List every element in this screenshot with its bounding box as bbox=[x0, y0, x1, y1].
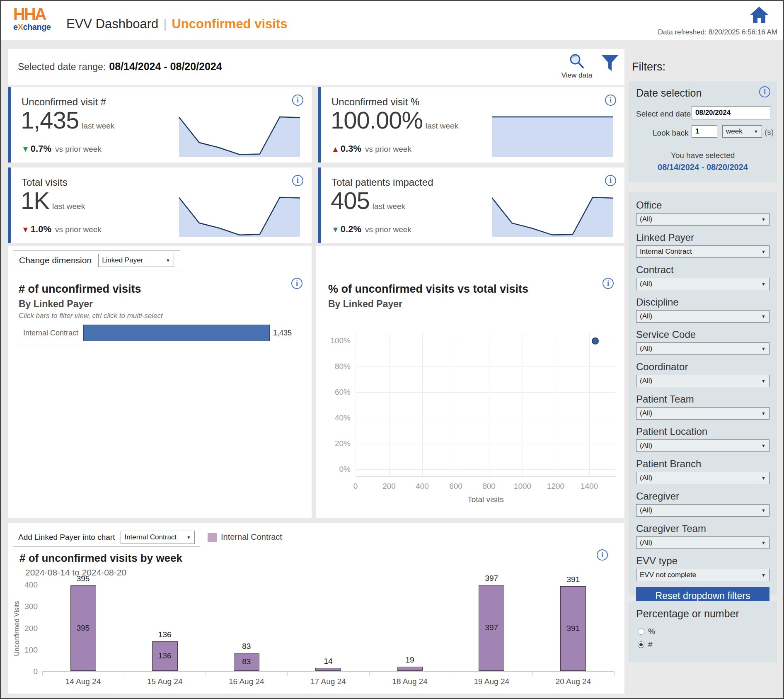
filter-select-patient-branch[interactable]: (All) ▼ bbox=[636, 472, 769, 484]
x-tick-label: 800 bbox=[472, 482, 506, 491]
filter-select-caregiver[interactable]: (All) ▼ bbox=[636, 504, 769, 517]
data-refreshed-timestamp: Data refreshed: 8/20/2025 6:56:16 AM bbox=[658, 28, 777, 36]
radio-option-number[interactable]: # bbox=[638, 640, 653, 649]
bar-inner-label: 136 bbox=[158, 651, 172, 660]
axis-tick bbox=[532, 672, 533, 676]
look-back-input[interactable]: 1 bbox=[692, 125, 717, 138]
x-tick-label: 14 Aug 24 bbox=[42, 677, 124, 686]
filter-value: (All) bbox=[640, 506, 652, 515]
filter-select-caregiver-team[interactable]: (All) ▼ bbox=[636, 536, 769, 549]
filter-label: Discipline bbox=[636, 296, 769, 308]
sparkline-area bbox=[179, 117, 300, 157]
axis-tick bbox=[42, 672, 43, 676]
end-date-input[interactable]: 08/20/2024 bbox=[692, 106, 770, 119]
filter-select-office[interactable]: (All) ▼ bbox=[636, 213, 769, 226]
filter-value: (All) bbox=[640, 215, 652, 223]
weekly-bar[interactable] bbox=[315, 668, 341, 671]
scatter-subtitle: By Linked Payer bbox=[328, 299, 402, 310]
bar-value-label: 83 bbox=[242, 642, 251, 651]
filter-label: Coordinator bbox=[636, 361, 769, 373]
percentage-or-number-title: Percentage or number bbox=[636, 608, 739, 620]
weekly-bar-slot: 8383 bbox=[206, 585, 287, 671]
kpi-delta-suffix: vs prior week bbox=[55, 145, 102, 154]
filter-label: Patient Branch bbox=[636, 458, 769, 470]
weekly-bar-slot: 14 bbox=[287, 585, 369, 671]
kpi-value: 405 bbox=[331, 187, 370, 214]
view-data-button[interactable]: View data bbox=[559, 53, 595, 80]
gridline bbox=[356, 341, 616, 341]
weekly-bar[interactable] bbox=[397, 667, 423, 671]
axis-tick bbox=[369, 672, 370, 676]
bar-value-label: 1,435 bbox=[273, 329, 292, 337]
kpi-value-suffix: last week bbox=[52, 202, 85, 211]
weekly-chart-controls: Add Linked Payer into chart Internal Con… bbox=[13, 528, 200, 547]
filter-group-service-code: Service Code (All) ▼ bbox=[636, 328, 769, 355]
info-icon[interactable]: i bbox=[759, 86, 770, 97]
bar-inner-label: 391 bbox=[567, 624, 580, 633]
bar-value-label: 14 bbox=[324, 657, 332, 666]
info-icon[interactable]: i bbox=[605, 175, 616, 186]
filter-select-patient-team[interactable]: (All) ▼ bbox=[636, 407, 769, 420]
chevron-down-icon: ▼ bbox=[761, 573, 766, 578]
filter-dropdowns-panel: Office (All) ▼ Linked Payer Internal Con… bbox=[629, 192, 777, 595]
filter-select-service-code[interactable]: (All) ▼ bbox=[636, 342, 769, 355]
filter-value: (All) bbox=[640, 312, 652, 320]
info-icon[interactable]: i bbox=[603, 278, 614, 289]
weekly-bar-slot: 397397 bbox=[451, 585, 532, 671]
filter-select-contract[interactable]: (All) ▼ bbox=[636, 278, 769, 290]
bar-inner-label: 395 bbox=[77, 624, 90, 633]
bar-inner-label: 83 bbox=[242, 657, 251, 666]
radio-icon[interactable] bbox=[638, 628, 644, 635]
filter-group-contract: Contract (All) ▼ bbox=[636, 264, 769, 290]
view-data-label: View data bbox=[559, 71, 595, 80]
chevron-down-icon: ▼ bbox=[761, 411, 766, 416]
sparkline-area bbox=[492, 117, 613, 157]
filter-select-coordinator[interactable]: (All) ▼ bbox=[636, 375, 769, 387]
radio-icon[interactable] bbox=[638, 641, 644, 648]
kpi-value: 1,435 bbox=[21, 106, 79, 134]
kpi-unconfirmed-visit-pct: Unconfirmed visit % i 100.00% last week … bbox=[318, 87, 624, 163]
date-range-value: 08/14/2024 - 08/20/2024 bbox=[109, 61, 222, 72]
radio-option-percent[interactable]: % bbox=[638, 627, 655, 636]
unconfirmed-visits-bar-panel: Change dimension Linked Payer▼ # of unco… bbox=[8, 246, 312, 518]
home-icon[interactable] bbox=[749, 6, 769, 24]
axis-tick bbox=[206, 672, 206, 676]
info-icon[interactable]: i bbox=[605, 95, 616, 106]
scatter-title: % of unconfirmed visits vs total visits bbox=[328, 283, 528, 296]
y-tick-label: 200 bbox=[16, 624, 38, 633]
x-tick-label: 18 Aug 24 bbox=[369, 677, 451, 686]
y-tick-label: 100 bbox=[16, 646, 38, 655]
x-axis-line bbox=[356, 476, 616, 477]
info-icon[interactable]: i bbox=[292, 95, 303, 106]
selected-date-range: Selected date range:08/14/2024 - 08/20/2… bbox=[18, 61, 222, 73]
change-dimension-select[interactable]: Linked Payer▼ bbox=[98, 254, 174, 267]
filter-select-patient-location[interactable]: (All) ▼ bbox=[636, 439, 769, 452]
filter-select-evv-type[interactable]: EVV not complete ▼ bbox=[636, 569, 769, 581]
info-icon[interactable]: i bbox=[597, 549, 608, 561]
magnifier-icon bbox=[569, 53, 585, 69]
radio-label: # bbox=[648, 640, 653, 649]
info-icon[interactable]: i bbox=[292, 175, 303, 186]
filter-select-linked-payer[interactable]: Internal Contract ▼ bbox=[636, 245, 769, 258]
filter-select-discipline[interactable]: (All) ▼ bbox=[636, 310, 769, 323]
kpi-unconfirmed-visit-count: Unconfirmed visit # i 1,435 last week ▼ … bbox=[8, 87, 312, 163]
hha-exchange-logo[interactable]: HHA eXchange bbox=[13, 6, 51, 31]
kpi-value-suffix: last week bbox=[426, 121, 458, 131]
unconfirmed-visits-bar[interactable] bbox=[83, 325, 270, 341]
kpi-delta: 0.3% bbox=[341, 143, 361, 154]
filter-funnel-icon[interactable] bbox=[600, 54, 620, 75]
linked-payer-chart-select[interactable]: Internal Contract▼ bbox=[121, 531, 195, 544]
filter-value: (All) bbox=[640, 280, 652, 288]
chevron-down-icon: ▼ bbox=[761, 314, 766, 319]
x-tick-label: 200 bbox=[373, 482, 406, 491]
x-tick-label: 15 Aug 24 bbox=[124, 677, 206, 686]
look-back-unit-select[interactable]: week▼ bbox=[722, 125, 762, 138]
scatter-point[interactable] bbox=[592, 337, 599, 345]
y-tick-label: 60% bbox=[327, 388, 351, 397]
legend: Internal Contract bbox=[208, 532, 282, 542]
x-tick-label: 17 Aug 24 bbox=[287, 677, 369, 686]
y-tick-label: 80% bbox=[327, 362, 351, 371]
y-tick-label: 400 bbox=[16, 580, 38, 590]
info-icon[interactable]: i bbox=[291, 278, 302, 289]
date-selection-panel: Date selection i Select end date 08/20/2… bbox=[629, 81, 777, 182]
